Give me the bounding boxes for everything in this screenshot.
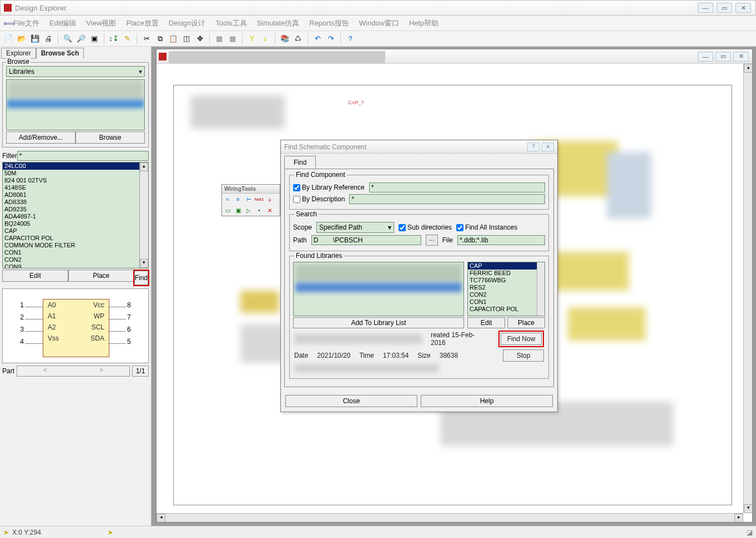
wire-icon[interactable]: ≈ [223,195,232,204]
menu-design[interactable]: Design设计 [169,18,205,28]
open-icon[interactable]: 📂 [17,34,27,44]
found-components-list[interactable]: CAP FERRIC BEED TC7766WBG RES2 CON2 CON1… [467,262,545,316]
move-icon[interactable]: ✥ [195,34,205,44]
findall-checkbox[interactable]: Find All Instances [456,224,517,231]
redo-icon[interactable]: ↷ [326,34,336,44]
schematic-canvas[interactable]: CAP_? WiringTools ≈ ≡ ⊢ Net1 ⏚ ▭ [173,85,732,505]
noerc-icon[interactable]: ✕ [265,206,274,215]
list-item[interactable]: CAP [468,262,545,270]
libref-input[interactable] [369,182,545,192]
found-scrollbar[interactable] [537,262,545,316]
tool-y-icon[interactable]: Y [247,34,257,44]
list-item[interactable]: TC7766WBG [468,277,545,284]
close-dialog-button[interactable]: Close [285,395,417,407]
tab-explorer[interactable]: Explorer [1,48,36,59]
scope-combo[interactable]: Specified Path▾ [316,222,394,233]
browse-combo[interactable]: Libraries ▾ [6,66,145,77]
dialog-close-button[interactable]: ✕ [542,143,554,151]
list-item[interactable]: AD9235 [3,206,148,213]
pencil-icon[interactable]: ✎ [122,34,132,44]
maximize-button[interactable]: ▭ [717,3,732,13]
save-icon[interactable]: 💾 [30,34,40,44]
help-icon[interactable]: ? [345,34,355,44]
sheet-icon[interactable]: ▣ [234,206,243,215]
child-close-button[interactable]: ✕ [733,52,749,62]
list-item[interactable]: AD8338 [3,199,148,206]
find-button[interactable]: Find [134,271,148,285]
edit-button[interactable]: Edit [2,270,68,282]
list-item[interactable]: CAPACITOR POL [3,235,148,242]
list-item[interactable]: BQ24005 [3,220,148,227]
dot-icon[interactable]: • [255,206,264,215]
menu-place[interactable]: Place放置 [126,18,159,28]
menu-file[interactable]: File文件 [13,18,39,28]
part-scroll[interactable]: < > [17,366,130,377]
list-item[interactable]: RES2 [468,284,545,291]
list-item[interactable]: CAPACITOR POL [468,306,545,313]
select-icon[interactable]: ◫ [182,34,191,44]
port-icon[interactable]: ▷ [244,206,253,215]
part-next[interactable]: > [73,366,129,376]
tool-branch-icon[interactable]: ⫰ [260,34,270,44]
list-item[interactable]: 4148SE [3,184,148,191]
list-item[interactable]: CON1 [468,298,545,306]
dialog-help-button[interactable]: ? [527,143,540,151]
list-item[interactable]: CON1 [3,249,148,256]
list-item[interactable]: ADA4897-1 [3,213,148,220]
list-item[interactable]: 50M [3,170,148,177]
zoomfit-icon[interactable]: ▣ [89,34,99,44]
back-arrow-icon[interactable]: ⟸ [3,19,14,28]
grid1-icon[interactable]: ▦ [214,34,224,44]
path-input[interactable] [311,235,421,245]
menu-edit[interactable]: Edit编辑 [49,18,76,28]
wiring-tools-palette[interactable]: WiringTools ≈ ≡ ⊢ Net1 ⏚ ▭ ▣ ▷ • [221,184,280,216]
list-item[interactable]: CON9 [3,263,148,268]
arrows-icon[interactable]: ↕↧ [109,34,119,44]
netlabel-icon[interactable]: Net1 [255,195,264,204]
list-item[interactable]: CAP [3,227,148,235]
part-prev[interactable]: < [17,366,73,376]
cut-icon[interactable]: ✂ [142,34,152,44]
find-now-button[interactable]: Find Now [501,333,542,345]
cycle-icon[interactable]: ♺ [293,34,303,44]
find-tab[interactable]: Find [284,156,316,169]
paste-icon[interactable]: 📋 [168,34,178,44]
list-item[interactable]: 824 001 02TVS [3,177,148,184]
new-icon[interactable]: 📄 [3,34,13,44]
menu-view[interactable]: View视图 [86,18,116,28]
found-libraries-list[interactable] [293,262,464,316]
undo-icon[interactable]: ↶ [313,34,322,44]
list-item[interactable]: 24LC00 [3,163,148,170]
menu-reports[interactable]: Reports报告 [309,18,349,28]
find-dialog-title[interactable]: Find Schematic Component ? ✕ [281,140,557,154]
child-minimize-button[interactable]: — [698,52,713,62]
found-place-button[interactable]: Place [507,317,545,328]
child-maximize-button[interactable]: ▭ [715,52,731,62]
part-icon[interactable]: ▭ [223,206,232,215]
by-libref-checkbox[interactable]: By Library Reference [293,184,365,191]
grid2-icon[interactable]: ▦ [228,34,238,44]
zoomout-icon[interactable]: 🔎 [76,34,86,44]
stop-button[interactable]: Stop [503,349,544,362]
minimize-button[interactable]: — [698,3,713,13]
menu-window[interactable]: Window窗口 [359,18,399,28]
subdir-checkbox[interactable]: Sub directories [399,224,452,231]
list-item[interactable]: CON2 [468,291,545,298]
add-remove-button[interactable]: Add/Remove... [6,131,75,144]
canvas-vscroll[interactable]: ▴▾ [743,64,752,513]
list-item[interactable]: COMMON MODE FILTER [3,242,148,249]
canvas-hscroll[interactable]: ◂▸ [157,513,743,522]
found-edit-button[interactable]: Edit [467,317,505,328]
zoomin-icon[interactable]: 🔍 [63,34,73,44]
file-input[interactable] [457,235,545,245]
place-button[interactable]: Place [68,270,134,282]
junction-icon[interactable]: ⊢ [244,195,253,204]
menu-simulate[interactable]: Simulate仿真 [257,18,300,28]
print-icon[interactable]: 🖨 [43,34,53,44]
book-icon[interactable]: 📚 [280,34,290,44]
path-browse-button[interactable]: ... [426,235,438,246]
help-dialog-button[interactable]: Help [421,395,553,407]
list-item[interactable]: AD8061 [3,191,148,199]
component-scrollbar[interactable]: ▴ ▾ [139,163,148,268]
tab-browse-sch[interactable]: Browse Sch [36,48,84,59]
